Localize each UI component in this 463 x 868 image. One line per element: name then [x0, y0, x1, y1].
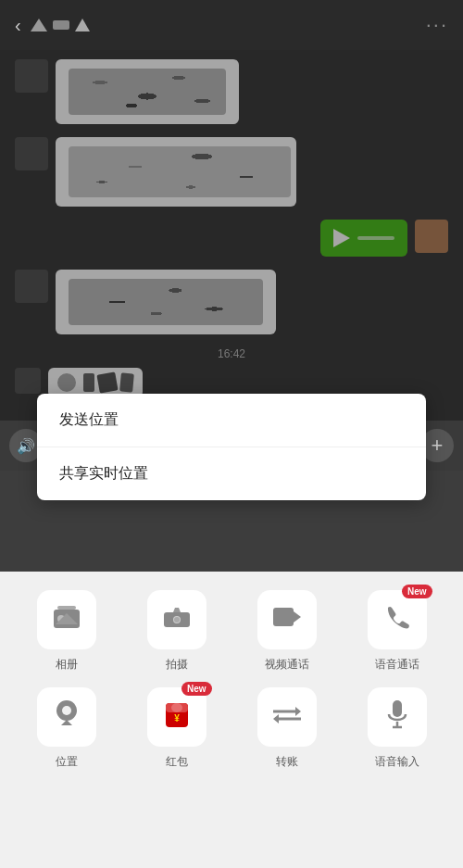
- dim-overlay: [0, 50, 463, 421]
- action-item-video[interactable]: 视频通话: [235, 590, 338, 673]
- badge-red-packet: New: [181, 682, 212, 696]
- svg-text:¥: ¥: [174, 713, 180, 723]
- action-item-album[interactable]: 相册: [15, 590, 118, 673]
- action-label-voice-call: 语音通话: [375, 657, 419, 673]
- icon-video: [271, 605, 303, 635]
- plus-icon: +: [432, 434, 444, 458]
- action-item-red-packet[interactable]: New¥红包: [125, 687, 228, 770]
- svg-marker-14: [61, 720, 72, 725]
- more-button[interactable]: ···: [426, 13, 448, 37]
- action-item-camera[interactable]: 拍摄: [125, 590, 228, 673]
- context-menu: 发送位置 共享实时位置: [37, 394, 426, 500]
- action-item-voice-call[interactable]: New语音通话: [345, 590, 448, 673]
- svg-point-13: [62, 706, 71, 715]
- action-label-voice-input: 语音输入: [375, 754, 419, 770]
- action-icon-album: [37, 590, 96, 649]
- action-label-video: 视频通话: [265, 657, 309, 673]
- send-location-option[interactable]: 发送位置: [37, 394, 426, 447]
- icon-album: [52, 604, 81, 636]
- svg-rect-1: [53, 20, 69, 30]
- svg-marker-11: [294, 611, 301, 623]
- action-panel: 相册拍摄视频通话New语音通话位置New¥红包转账语音输入: [0, 572, 463, 868]
- action-item-location[interactable]: 位置: [15, 687, 118, 770]
- action-grid: 相册拍摄视频通话New语音通话位置New¥红包转账语音输入: [15, 590, 448, 770]
- top-bar: ‹ ···: [0, 0, 463, 50]
- back-button[interactable]: ‹: [15, 15, 21, 36]
- icon-red-packet: ¥: [164, 699, 190, 736]
- action-label-red-packet: 红包: [166, 754, 188, 770]
- svg-point-17: [171, 703, 182, 712]
- svg-point-9: [174, 617, 180, 623]
- action-item-voice-input[interactable]: 语音输入: [345, 687, 448, 770]
- svg-rect-23: [393, 700, 402, 717]
- share-realtime-location-option[interactable]: 共享实时位置: [37, 447, 426, 500]
- svg-marker-20: [295, 707, 301, 716]
- avatar-icon-1: [31, 19, 47, 31]
- avatar-icon-3: [75, 19, 90, 31]
- svg-marker-22: [273, 714, 279, 723]
- action-label-camera: 拍摄: [166, 657, 188, 673]
- svg-rect-10: [273, 608, 294, 626]
- icon-voice-input: [387, 699, 407, 736]
- action-icon-location: [37, 687, 96, 747]
- icon-location: [55, 699, 79, 736]
- action-icon-camera: [147, 590, 206, 649]
- action-icon-transfer: [257, 687, 317, 747]
- icon-transfer: [271, 702, 303, 732]
- action-label-location: 位置: [56, 754, 78, 770]
- svg-marker-2: [75, 19, 90, 31]
- action-item-transfer[interactable]: 转账: [235, 687, 338, 770]
- avatar-icon-2: [53, 19, 69, 31]
- action-icon-voice-input: [368, 687, 427, 747]
- top-bar-left: ‹: [15, 15, 90, 36]
- action-icon-voice-call: New: [368, 590, 427, 649]
- svg-marker-0: [31, 19, 47, 31]
- contact-icons: [31, 19, 90, 31]
- icon-camera: [162, 605, 192, 635]
- action-label-album: 相册: [56, 657, 78, 673]
- action-icon-red-packet: New¥: [147, 687, 206, 747]
- icon-voice-call: [384, 604, 410, 636]
- action-label-transfer: 转账: [276, 754, 298, 770]
- badge-voice-call: New: [402, 585, 432, 598]
- action-icon-video: [257, 590, 317, 649]
- speaker-icon: 🔊: [17, 437, 35, 455]
- svg-rect-4: [57, 606, 76, 610]
